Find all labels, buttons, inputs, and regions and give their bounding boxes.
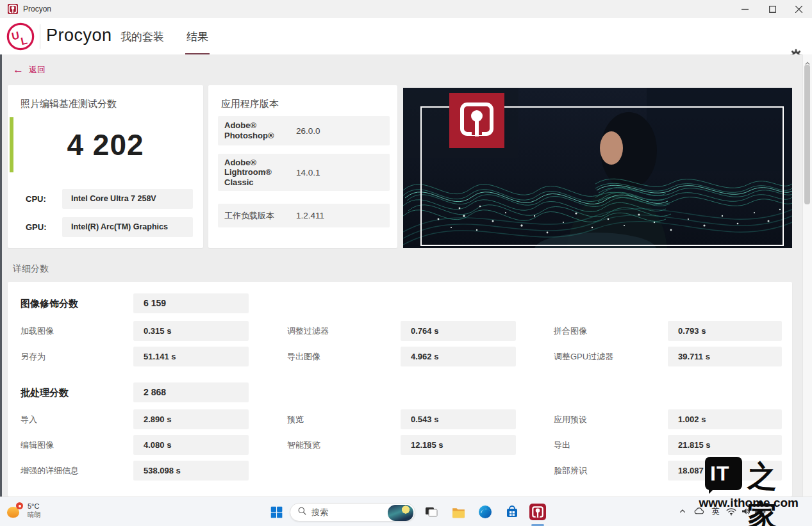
- metric-label: 另存为: [21, 347, 46, 366]
- metric-label: 预览: [287, 409, 304, 429]
- close-button[interactable]: [784, 0, 812, 18]
- metric-label: 导入: [21, 409, 37, 429]
- ithome-watermark-logo: IT 之家: [705, 456, 795, 493]
- metric-label: 拼合图像: [554, 321, 587, 341]
- metric-value: 12.185 s: [401, 435, 516, 455]
- back-button[interactable]: ← 返回: [13, 63, 46, 76]
- metric-value: 538.098 s: [133, 461, 249, 481]
- ithome-logo-it: IT: [710, 462, 729, 486]
- app-versions-card: 应用程序版本 Adobe® Photoshop® 26.0.0 Adobe® L…: [208, 85, 397, 248]
- benchmark-score-card: 照片编辑基准测试分数 4 202 CPU: Intel Core Ultra 7…: [8, 85, 203, 248]
- metric-value: 6 159: [133, 293, 249, 313]
- vertical-scrollbar[interactable]: [802, 54, 812, 497]
- ithome-logo-zh: 之家: [747, 457, 795, 526]
- window-edge: [0, 54, 2, 497]
- tab-my-suites[interactable]: 我的套装: [120, 29, 164, 44]
- ul-logo-icon: UL: [6, 22, 35, 51]
- version-app-name: Adobe® Photoshop®: [224, 120, 296, 140]
- version-row: 工作负载版本 1.2.411: [218, 204, 390, 227]
- metric-label: 脸部辨识: [554, 461, 587, 481]
- weather-icon: [6, 502, 23, 519]
- metric-label: 加载图像: [21, 321, 54, 341]
- version-app-name: Adobe® Lightroom® Classic: [224, 158, 296, 188]
- search-input[interactable]: 搜索: [290, 503, 415, 522]
- detailed-scores-card: 图像修饰分数 6 159 加载图像 0.315 s 调整过滤器 0.764 s …: [8, 282, 792, 497]
- procyon-logo-badge: [449, 93, 504, 148]
- task-view-icon[interactable]: [423, 504, 440, 520]
- metric-value: 4.962 s: [401, 347, 516, 366]
- score-card-title: 照片编辑基准测试分数: [21, 98, 117, 110]
- version-app-name: 工作负载版本: [224, 211, 296, 221]
- search-placeholder: 搜索: [311, 507, 328, 518]
- gpu-value: Intel(R) Arc(TM) Graphics: [62, 217, 193, 237]
- metric-value: 0.793 s: [668, 321, 782, 341]
- metric-value: 0.764 s: [401, 321, 516, 341]
- benchmark-score: 4 202: [8, 127, 203, 162]
- procyon-hero-image: [403, 88, 792, 248]
- metric-value: 0.315 s: [133, 321, 249, 341]
- microsoft-store-icon[interactable]: [504, 504, 520, 520]
- metric-value: 1.002 s: [668, 409, 782, 429]
- weather-condition: 晴朗: [28, 511, 41, 519]
- brand-title: Procyon: [46, 26, 112, 45]
- metric-value: 0.543 s: [401, 409, 516, 429]
- procyon-taskbar-icon[interactable]: [529, 504, 546, 520]
- metric-label: 调整过滤器: [287, 321, 329, 341]
- version-number: 1.2.411: [296, 211, 324, 220]
- metric-value: 2.890 s: [133, 409, 249, 429]
- back-arrow-icon: ←: [13, 63, 24, 76]
- header-divider: [40, 24, 40, 49]
- metric-label: 智能预览: [287, 435, 320, 455]
- cpu-label: CPU:: [26, 189, 46, 209]
- details-section-title: 详细分数: [13, 263, 49, 275]
- screen: Procyon UL Procyon 我的套装 结果: [0, 0, 812, 526]
- edge-browser-icon[interactable]: [477, 504, 493, 520]
- metric-label: 调整GPU过滤器: [554, 347, 613, 366]
- metric-value: 4.080 s: [133, 435, 249, 455]
- windows-logo-icon: [269, 505, 283, 519]
- ithome-watermark-url: www.ithome.com: [677, 496, 799, 510]
- version-row: Adobe® Photoshop® 26.0.0: [218, 116, 390, 145]
- ithome-logo-box: IT: [705, 457, 742, 490]
- app-header: UL Procyon 我的套装 结果: [0, 18, 812, 55]
- scrollbar-thumb[interactable]: [804, 65, 810, 204]
- metric-value: 51.141 s: [133, 347, 249, 366]
- metric-value: 39.711 s: [668, 347, 782, 366]
- weather-temp: 5°C: [28, 502, 41, 511]
- scroll-up-arrow-icon[interactable]: [805, 57, 810, 62]
- metric-label: 应用预设: [554, 409, 587, 429]
- cpu-value: Intel Core Ultra 7 258V: [62, 189, 193, 209]
- procyon-app-icon: [8, 4, 18, 14]
- metric-label: 导出图像: [287, 347, 320, 366]
- results-page: ← 返回 照片编辑基准测试分数 4 202 CPU: Intel Core Ul…: [0, 54, 812, 497]
- metric-label: 导出: [554, 435, 570, 455]
- version-number: 14.0.1: [296, 168, 320, 177]
- weather-widget[interactable]: 5°C 晴朗: [6, 502, 41, 519]
- metric-label: 增强的详细信息: [21, 461, 79, 481]
- window-title: Procyon: [23, 4, 51, 13]
- metric-value: 2 868: [133, 382, 249, 402]
- minimize-button[interactable]: [730, 0, 759, 18]
- gpu-label: GPU:: [26, 217, 47, 237]
- maximize-button[interactable]: [758, 0, 787, 18]
- tab-results[interactable]: 结果: [186, 29, 208, 44]
- search-icon: [297, 506, 307, 518]
- metric-value: 21.815 s: [668, 435, 782, 455]
- metric-label: 图像修饰分数: [21, 293, 78, 313]
- window-titlebar: Procyon: [0, 0, 812, 19]
- start-button[interactable]: [268, 504, 285, 520]
- version-number: 26.0.0: [296, 126, 320, 136]
- search-highlight-image[interactable]: [388, 505, 413, 521]
- back-label: 返回: [29, 64, 46, 76]
- version-row: Adobe® Lightroom® Classic 14.0.1: [218, 154, 390, 191]
- file-explorer-icon[interactable]: [450, 504, 467, 520]
- metric-label: 批处理分数: [21, 382, 69, 402]
- metric-label: 编辑图像: [21, 435, 54, 455]
- versions-card-title: 应用程序版本: [221, 98, 279, 110]
